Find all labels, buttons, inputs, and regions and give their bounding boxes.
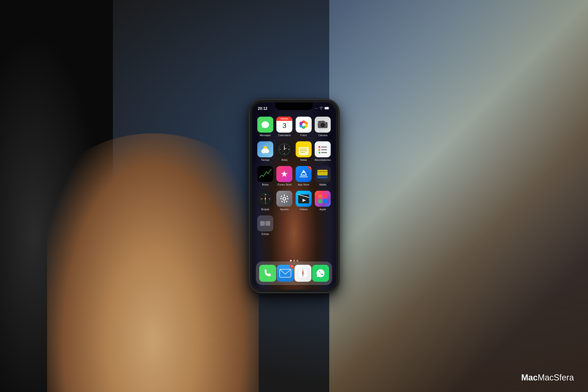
app-bolsa[interactable]: Bolsa [257, 166, 274, 186]
notch [275, 102, 313, 110]
svg-text:W: W [261, 198, 263, 200]
dock-whatsapp[interactable] [312, 265, 329, 282]
watermark: MacMacSfera [521, 373, 574, 382]
svg-point-8 [302, 123, 305, 126]
app-notas[interactable]: Notas [295, 141, 312, 161]
svg-point-58 [265, 198, 266, 199]
app-mensajes[interactable]: Mensajes [257, 117, 274, 136]
brujula-label: Brújula [261, 208, 269, 211]
svg-rect-61 [284, 194, 285, 196]
svg-rect-68 [286, 200, 288, 202]
svg-rect-49 [317, 170, 328, 176]
wifi-icon [320, 107, 323, 110]
dock-phone-icon [259, 265, 276, 282]
apple-icon [315, 191, 331, 207]
iphone-screen: 20:12 ···· [252, 102, 336, 290]
fotos-label: Fotos [300, 134, 307, 136]
extras-label: Extras [262, 232, 269, 236]
svg-rect-80 [323, 199, 327, 203]
app-apple[interactable]: Apple [314, 191, 332, 211]
svg-text:E: E [269, 198, 270, 200]
battery-icon [324, 107, 330, 110]
svg-point-60 [283, 198, 286, 200]
reloj-icon [276, 141, 292, 157]
mensajes-icon [257, 117, 273, 133]
extras-icon [257, 216, 273, 232]
dot-3 [296, 260, 298, 262]
app-videos[interactable]: Vídeos [295, 191, 312, 211]
app-camara[interactable]: Cámara [314, 117, 332, 136]
background-right [329, 0, 588, 392]
app-ajustes[interactable]: Ajustes [276, 191, 293, 211]
app-brujula[interactable]: N S W E Brújula [257, 191, 274, 211]
app-fotos[interactable]: Fotos [295, 117, 312, 136]
page-dots [252, 260, 336, 262]
dock-phone[interactable] [259, 265, 276, 282]
reloj-label: Reloj [282, 158, 288, 161]
app-appstore[interactable]: 7 App Store [295, 166, 312, 186]
svg-point-13 [322, 124, 322, 125]
recordatorios-label: Recordatorios [315, 158, 331, 161]
itunes-label: iTunes Store [277, 183, 292, 186]
tiempo-icon [257, 141, 273, 157]
svg-point-14 [325, 122, 326, 123]
svg-rect-67 [281, 200, 283, 202]
recordatorios-icon [315, 141, 331, 157]
camara-label: Cámara [318, 134, 328, 136]
app-tiempo[interactable]: Tiempo [257, 141, 274, 161]
svg-rect-66 [286, 196, 288, 197]
calendario-label: Calendario [278, 134, 291, 136]
dock: 11 [256, 262, 332, 285]
app-recordatorios[interactable]: Recordatorios [314, 141, 332, 161]
svg-text:S: S [265, 202, 266, 204]
app-grid: Mensajes Viernes 3 Calendario [256, 117, 332, 236]
svg-point-19 [264, 146, 267, 149]
videos-icon [296, 191, 312, 207]
dock-safari-icon [294, 265, 312, 282]
svg-rect-65 [280, 196, 282, 197]
svg-point-40 [318, 149, 320, 151]
ajustes-label: Ajustes [280, 208, 288, 211]
svg-rect-62 [284, 201, 285, 203]
cal-header: Viernes [276, 117, 292, 121]
svg-rect-34 [299, 144, 308, 147]
svg-text:N: N [265, 194, 266, 196]
dock-mail[interactable]: 11 [277, 265, 294, 282]
notas-icon [296, 141, 312, 157]
mensajes-label: Mensajes [260, 134, 271, 136]
apple-label: Apple [320, 208, 326, 211]
hand-area [47, 133, 259, 392]
svg-rect-77 [318, 194, 322, 198]
svg-rect-79 [318, 199, 322, 203]
appstore-icon: 7 [296, 166, 312, 182]
app-wallet[interactable]: Wallet [314, 166, 332, 186]
dot-1 [290, 260, 292, 262]
svg-rect-64 [287, 198, 288, 199]
svg-rect-63 [280, 198, 282, 199]
calendario-icon: Viernes 3 [276, 117, 292, 133]
iphone-wrapper: 20:12 ···· [249, 100, 339, 292]
svg-point-32 [284, 149, 285, 150]
svg-point-42 [318, 152, 320, 154]
dock-safari[interactable] [294, 265, 312, 282]
svg-point-18 [265, 149, 269, 153]
app-reloj[interactable]: Reloj [276, 141, 293, 161]
bolsa-label: Bolsa [262, 183, 268, 186]
svg-point-38 [318, 146, 320, 148]
wallet-icon [315, 166, 331, 182]
ajustes-icon [276, 191, 292, 207]
app-itunes[interactable]: iTunes Store [276, 166, 293, 186]
itunes-icon [276, 166, 292, 182]
svg-rect-44 [258, 167, 272, 181]
bolsa-icon [257, 166, 273, 182]
svg-line-21 [267, 146, 268, 147]
appstore-label: App Store [298, 183, 309, 186]
status-time: 20:12 [258, 106, 268, 111]
status-icons: ···· [315, 107, 330, 110]
app-calendario[interactable]: Viernes 3 Calendario [276, 117, 293, 136]
svg-rect-1 [325, 107, 329, 109]
iphone-device: 20:12 ···· [249, 100, 339, 292]
app-extras[interactable]: Extras [257, 216, 274, 236]
notas-label: Notas [300, 158, 307, 161]
dot-2 [293, 260, 295, 262]
